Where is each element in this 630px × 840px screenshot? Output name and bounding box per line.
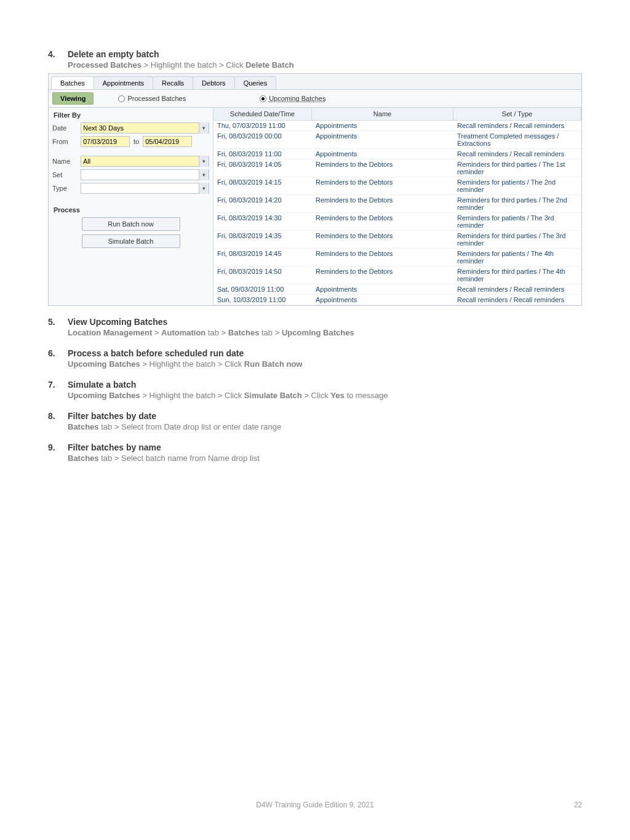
step-7: Simulate a batch Upcoming Batches > High… xyxy=(48,380,582,400)
footer-text: D4W Training Guide Edition 9, 2021 xyxy=(0,801,630,809)
process-label: Process xyxy=(54,206,209,214)
table-cell: Appointments xyxy=(312,131,453,148)
table-cell: Fri, 08/03/2019 14:15 xyxy=(213,177,312,194)
tab-debtors[interactable]: Debtors xyxy=(193,76,235,89)
set-label: Set xyxy=(52,171,81,178)
step-body: Upcoming Batches > Highlight the batch >… xyxy=(68,359,582,369)
step-title: View Upcoming Batches xyxy=(68,317,582,327)
step-4: Delete an empty batch Processed Batches … xyxy=(48,49,582,306)
table-row[interactable]: Fri, 08/03/2019 14:50Reminders to the De… xyxy=(213,266,581,284)
table-cell: Reminders for third parties / The 4th re… xyxy=(453,266,581,284)
step-9: Filter batches by name Batches tab > Sel… xyxy=(48,442,582,463)
table-cell: Treatment Completed messages / Extractio… xyxy=(453,131,581,148)
table-row[interactable]: Fri, 08/03/2019 14:20Reminders to the De… xyxy=(213,195,581,213)
page-number: 22 xyxy=(574,801,582,809)
batches-table: Scheduled Date/Time Name Set / Type Thu,… xyxy=(213,108,581,305)
name-select[interactable]: All ▾ xyxy=(81,156,209,167)
table-cell: Reminders to the Debtors xyxy=(312,195,453,212)
table-cell: Recall reminders / Recall reminders xyxy=(453,295,581,305)
table-cell: Reminders to the Debtors xyxy=(312,249,453,266)
step-title: Filter batches by date xyxy=(68,411,582,421)
table-row[interactable]: Fri, 08/03/2019 14:05Reminders to the De… xyxy=(213,159,581,177)
table-row[interactable]: Fri, 08/03/2019 14:30Reminders to the De… xyxy=(213,213,581,231)
table-cell: Reminders for patients / The 2nd reminde… xyxy=(453,177,581,194)
col-name: Name xyxy=(312,108,453,120)
table-cell: Reminders to the Debtors xyxy=(312,177,453,194)
table-cell: Reminders for third parties / The 1st re… xyxy=(453,159,581,177)
step-5: View Upcoming Batches Location Managemen… xyxy=(48,317,582,337)
col-scheduled: Scheduled Date/Time xyxy=(213,108,312,120)
table-cell: Reminders for third parties / The 3rd re… xyxy=(453,231,581,248)
radio-label-processed: Processed Batches xyxy=(127,95,186,102)
step-body: Processed Batches > Highlight the batch … xyxy=(68,60,582,70)
table-cell: Appointments xyxy=(312,149,453,159)
to-label: to xyxy=(134,138,139,145)
table-cell: Reminders to the Debtors xyxy=(312,159,453,177)
type-label: Type xyxy=(52,185,81,192)
tab-batches[interactable]: Batches xyxy=(51,76,94,89)
date-select[interactable]: Next 30 Days ▾ xyxy=(81,122,209,134)
simulate-batch-button[interactable]: Simulate Batch xyxy=(82,234,180,248)
chevron-down-icon: ▾ xyxy=(199,169,209,180)
table-cell: Reminders to the Debtors xyxy=(312,266,453,284)
step-body: Location Management > Automation tab > B… xyxy=(68,328,582,337)
table-cell: Thu, 07/03/2019 11:00 xyxy=(213,121,312,130)
radio-label-upcoming: Upcoming Batches xyxy=(269,95,325,102)
table-cell: Appointments xyxy=(312,295,453,305)
to-date-input[interactable]: 05/04/2019 xyxy=(143,136,192,147)
table-cell: Fri, 08/03/2019 00:00 xyxy=(213,131,312,148)
tab-queries[interactable]: Queries xyxy=(234,76,277,89)
table-row[interactable]: Fri, 08/03/2019 00:00AppointmentsTreatme… xyxy=(213,131,581,149)
step-8: Filter batches by date Batches tab > Sel… xyxy=(48,411,582,431)
step-body: Upcoming Batches > Highlight the batch >… xyxy=(68,391,582,400)
table-cell: Reminders for patients / The 4th reminde… xyxy=(453,249,581,266)
table-row[interactable]: Fri, 08/03/2019 14:45Reminders to the De… xyxy=(213,249,581,266)
step-title: Delete an empty batch xyxy=(68,49,582,59)
viewing-label: Viewing xyxy=(52,92,94,105)
table-cell: Fri, 08/03/2019 14:20 xyxy=(213,195,312,212)
table-row[interactable]: Thu, 07/03/2019 11:00AppointmentsRecall … xyxy=(213,121,581,131)
table-cell: Reminders for patients / The 3rd reminde… xyxy=(453,213,581,230)
radio-processed-group[interactable]: Processed Batches xyxy=(118,95,186,102)
table-cell: Fri, 08/03/2019 14:05 xyxy=(213,159,312,177)
run-batch-button[interactable]: Run Batch now xyxy=(82,217,180,231)
table-cell: Reminders for third parties / The 2nd re… xyxy=(453,195,581,212)
table-cell: Recall reminders / Recall reminders xyxy=(453,284,581,294)
viewing-bar: Viewing Processed Batches Upcoming Batch… xyxy=(49,90,581,108)
set-select[interactable]: ▾ xyxy=(81,169,209,180)
from-date-input[interactable]: 07/03/2019 xyxy=(81,136,130,147)
type-select[interactable]: ▾ xyxy=(81,183,209,194)
table-cell: Reminders to the Debtors xyxy=(312,213,453,230)
date-label: Date xyxy=(52,124,81,132)
table-row[interactable]: Fri, 08/03/2019 14:35Reminders to the De… xyxy=(213,231,581,249)
name-label: Name xyxy=(52,158,81,165)
chevron-down-icon: ▾ xyxy=(199,183,209,194)
table-row[interactable]: Sat, 09/03/2019 11:00AppointmentsRecall … xyxy=(213,284,581,295)
chevron-down-icon: ▾ xyxy=(199,156,209,167)
filter-panel: Filter By Date Next 30 Days ▾ From xyxy=(49,108,213,305)
table-row[interactable]: Fri, 08/03/2019 14:15Reminders to the De… xyxy=(213,177,581,195)
step-body: Batches tab > Select batch name from Nam… xyxy=(68,454,582,463)
table-cell: Fri, 08/03/2019 11:00 xyxy=(213,149,312,159)
table-cell: Fri, 08/03/2019 14:45 xyxy=(213,249,312,266)
table-cell: Fri, 08/03/2019 14:50 xyxy=(213,266,312,284)
tab-appointments[interactable]: Appointments xyxy=(94,76,153,89)
col-settype: Set / Type xyxy=(453,108,581,120)
table-cell: Recall reminders / Recall reminders xyxy=(453,121,581,130)
table-cell: Recall reminders / Recall reminders xyxy=(453,149,581,159)
table-row[interactable]: Fri, 08/03/2019 11:00AppointmentsRecall … xyxy=(213,149,581,159)
table-cell: Appointments xyxy=(312,121,453,130)
radio-upcoming-group[interactable]: Upcoming Batches xyxy=(260,95,325,102)
table-cell: Fri, 08/03/2019 14:30 xyxy=(213,213,312,230)
step-title: Filter batches by name xyxy=(68,442,582,452)
from-label: From xyxy=(52,138,81,145)
table-cell: Sun, 10/03/2019 11:00 xyxy=(213,295,312,305)
radio-icon xyxy=(118,95,125,102)
table-row[interactable]: Sun, 10/03/2019 11:00AppointmentsRecall … xyxy=(213,295,581,305)
table-cell: Appointments xyxy=(312,284,453,294)
tab-recalls[interactable]: Recalls xyxy=(153,76,193,89)
chevron-down-icon: ▾ xyxy=(199,122,209,134)
table-cell: Reminders to the Debtors xyxy=(312,231,453,248)
app-panel: Batches Appointments Recalls Debtors Que… xyxy=(48,73,582,306)
table-cell: Sat, 09/03/2019 11:00 xyxy=(213,284,312,294)
